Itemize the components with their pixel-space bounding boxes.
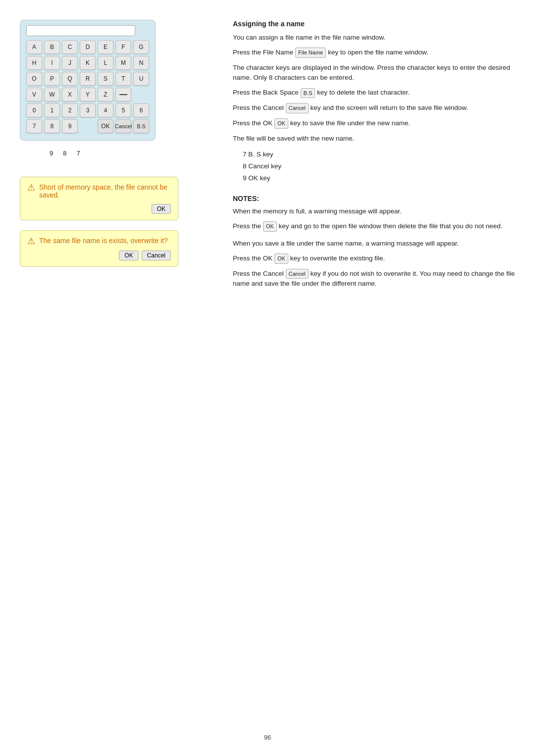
key-0[interactable]: 0 [26,103,42,117]
notes-title: NOTES: [233,195,515,202]
key-J[interactable]: J [62,56,78,70]
key-D[interactable]: D [80,40,96,54]
key-U[interactable]: U [133,72,149,86]
warning-text-2: The same file name is exists, overwrite … [39,237,168,245]
warning-icon-2: ⚠ [27,237,35,246]
key-H[interactable]: H [26,56,42,70]
warning-title-2: ⚠ The same file name is exists, overwrit… [27,237,171,246]
left-column: A B C D E F G H I J K L M N O P Q R S [20,20,218,294]
ok-key-ref2: OK [263,221,277,232]
key-1[interactable]: 1 [44,103,60,117]
warning-box-memory: ⚠ Short of memory space, the file cannot… [20,177,178,220]
para-5: Press the Cancel Cancel key and the scre… [233,103,515,113]
warning2-ok-button[interactable]: OK [119,251,138,260]
callout-item-9: 9 OK key [243,172,515,184]
key-2[interactable]: 2 [62,103,78,117]
key-6[interactable]: 6 [133,103,149,117]
key-4[interactable]: 4 [98,103,113,117]
notes-para-2: Press the OK key and go to the open file… [233,221,515,232]
key-3[interactable]: 3 [80,103,96,117]
filename-input[interactable] [26,25,135,36]
key-W[interactable]: W [44,88,60,101]
callout-7: 7 [76,150,80,157]
key-Y[interactable]: Y [80,88,96,101]
ok-key-ref1: OK [274,118,288,129]
page-number: 96 [264,734,271,741]
key-Z[interactable]: Z [98,88,113,101]
para-7: The file will be saved with the new name… [233,134,515,144]
callout-item-8: 8 Cancel key [243,160,515,172]
key-T[interactable]: T [115,72,131,86]
notes-para-3: When you save a file under the same name… [233,239,515,249]
bs-key-ref: B.S [301,88,316,99]
key-E[interactable]: E [98,40,113,54]
key-B[interactable]: B [44,40,60,54]
key-ok[interactable]: OK [98,119,113,133]
key-N[interactable]: N [133,56,149,70]
key-F[interactable]: F [115,40,131,54]
key-8[interactable]: 8 [44,119,60,133]
para-4: Press the Back Space B.S key to delete t… [233,88,515,98]
key-V[interactable]: V [26,88,42,101]
warning2-cancel-button[interactable]: Cancel [142,251,171,260]
callout-9: 9 [50,150,53,157]
callout-list-right: 7 B. S key 8 Cancel key 9 OK key [243,149,515,185]
key-M[interactable]: M [115,56,131,70]
cancel-key-ref1: Cancel [286,103,309,113]
notes-para-1: When the memory is full, a warning messa… [233,206,515,216]
key-dash[interactable]: — [115,88,131,101]
warning-icon-1: ⚠ [27,183,35,192]
key-R[interactable]: R [80,72,96,86]
warning-box-overwrite: ⚠ The same file name is exists, overwrit… [20,230,178,267]
section-title: Assigning the a name [233,20,515,28]
cancel-key-ref2: Cancel [286,269,309,279]
key-P[interactable]: P [44,72,60,86]
key-X[interactable]: X [62,88,78,101]
key-S[interactable]: S [98,72,113,86]
key-5[interactable]: 5 [115,103,131,117]
para-3: The character keys are displayed in the … [233,63,515,83]
key-L[interactable]: L [98,56,113,70]
callout-8: 8 [63,150,66,157]
key-blank [133,88,149,101]
para-6: Press the OK OK key to save the file und… [233,118,515,129]
warning-title-1: ⚠ Short of memory space, the file cannot… [27,183,171,199]
para-2: Press the File Name File Name key to ope… [233,48,515,58]
keyboard-panel: A B C D E F G H I J K L M N O P Q R S [20,20,156,141]
key-grid: A B C D E F G H I J K L M N O P Q R S [26,40,149,133]
key-A[interactable]: A [26,40,42,54]
right-column: Assigning the a name You can assign a fi… [233,20,515,294]
warning-text-1: Short of memory space, the file cannot b… [39,183,171,199]
warning1-ok-button[interactable]: OK [152,204,171,214]
key-I[interactable]: I [44,56,60,70]
callout-labels: 9 8 7 [50,150,218,157]
ok-key-ref3: OK [274,253,288,264]
key-C[interactable]: C [62,40,78,54]
notes-para-4: Press the OK OK key to overwrite the exi… [233,253,515,264]
callout-item-7: 7 B. S key [243,149,515,160]
warning-buttons-1: OK [27,204,171,214]
key-bs[interactable]: B.S [133,119,149,133]
key-cancel[interactable]: Cancel [115,119,131,133]
key-blank2 [80,119,96,133]
warning-buttons-2: OK Cancel [27,251,171,260]
key-Q[interactable]: Q [62,72,78,86]
notes-para-5: Press the Cancel Cancel key if you do no… [233,269,515,289]
key-7[interactable]: 7 [26,119,42,133]
file-name-key: File Name [295,48,326,58]
key-O[interactable]: O [26,72,42,86]
key-9[interactable]: 9 [62,119,78,133]
key-K[interactable]: K [80,56,96,70]
key-G[interactable]: G [133,40,149,54]
para-1: You can assign a file name in the file n… [233,33,515,43]
